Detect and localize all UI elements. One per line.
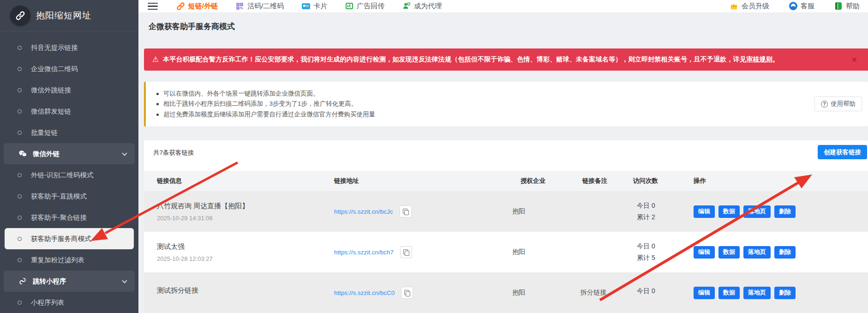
top-right-item[interactable]: 客服	[789, 2, 814, 11]
tips-card: 可以在微信内、外各个场景一键跳转添加企业微信页面。 相比于跳转小程序后扫描二维码…	[144, 82, 868, 126]
topbar: 短链/外链 活码/二维码 卡片 广告回传	[138, 0, 868, 13]
edit-button[interactable]: 编辑	[694, 205, 715, 218]
app-title: 抱阳缩短网址	[36, 10, 91, 22]
page-title: 企微获客助手服务商模式	[149, 21, 868, 32]
landing-page-button[interactable]: 落地页	[743, 287, 771, 299]
top-nav-label: 活码/二维码	[247, 2, 284, 11]
top-nav-label: 广告回传	[357, 2, 384, 11]
landing-page-button[interactable]: 落地页	[743, 205, 771, 218]
page-content: 企微获客助手服务商模式 ⚠ 本平台积极配合警方反诈工作！应公安部要求，我们将对生…	[138, 13, 868, 313]
top-right-item[interactable]: 会员升级	[730, 2, 769, 11]
usage-help-button[interactable]: ? 使用帮助	[814, 96, 862, 111]
question-circle-icon: ?	[821, 101, 828, 108]
sidebar-item[interactable]: 获客助手服务商模式	[5, 228, 134, 249]
sidebar-item[interactable]: 获客助手-直跳模式	[0, 186, 138, 207]
close-icon[interactable]: ×	[851, 55, 857, 64]
sidebar-item[interactable]: 微信外跳链接	[0, 79, 138, 101]
ad-icon	[345, 2, 353, 11]
usage-help-label: 使用帮助	[831, 100, 856, 108]
circle-bullet-icon	[18, 67, 22, 71]
top-nav-item[interactable]: 短链/外链	[176, 2, 218, 11]
data-button[interactable]: 数据	[718, 205, 740, 218]
data-button[interactable]: 数据	[718, 287, 740, 299]
top-nav-item[interactable]: 卡片	[301, 2, 327, 11]
circle-bullet-icon	[18, 46, 22, 50]
sidebar-item[interactable]: 小程序列表	[0, 292, 138, 313]
logo-row: 抱阳缩短网址	[0, 0, 138, 31]
sidebar-item-label: 获客助手服务商模式	[31, 235, 91, 243]
wechat-icon	[18, 149, 27, 158]
agent-icon	[402, 2, 411, 11]
circle-bullet-icon	[18, 301, 22, 305]
landing-page-button[interactable]: 落地页	[743, 246, 771, 259]
qr-icon	[235, 2, 244, 11]
sidebar-item[interactable]: 获客助手-聚合链接	[0, 207, 138, 228]
circle-bullet-icon	[18, 109, 22, 114]
copy-icon[interactable]	[400, 246, 412, 258]
visits-today: 今日 0	[637, 287, 694, 295]
sidebar-item-label: 微信外链	[33, 150, 60, 158]
top-nav-label: 卡片	[313, 2, 327, 11]
table-row: 测试拆分链接 https://s.szzit.cn/bcC0 抱阳 拆分链接 今…	[144, 272, 868, 313]
sidebar-menu: 抖音无提示链接 企业微信二维码 微信外跳链接	[0, 31, 138, 313]
link-created-date: 2025-10-29 14:31:06	[157, 215, 334, 222]
edit-button[interactable]: 编辑	[694, 246, 715, 259]
hamburger-menu-icon[interactable]	[148, 3, 158, 10]
create-link-button[interactable]: 创建获客链接	[818, 145, 867, 159]
visits-today: 今日 0	[637, 202, 694, 210]
col-visits: 访问次数	[633, 177, 694, 185]
links-table-card: 共7条获客链接 创建获客链接 链接信息 链接地址 授权企业 链接备注 访问次数 …	[144, 140, 868, 313]
data-button[interactable]: 数据	[718, 246, 740, 259]
edit-button[interactable]: 编辑	[694, 287, 715, 299]
sidebar: 抱阳缩短网址 抖音无提示链接 企业微信二维码	[0, 0, 138, 313]
sidebar-item-label: 获客助手-直跳模式	[31, 192, 87, 201]
review-rules-link[interactable]: 审核规则	[746, 55, 772, 63]
top-right-label: 帮助	[846, 2, 860, 11]
top-nav-label: 短链/外链	[188, 2, 218, 11]
sidebar-item[interactable]: 微信外链	[4, 143, 135, 164]
short-url-link[interactable]: https://s.szzit.cn/bcC0	[334, 289, 395, 296]
book-icon	[834, 2, 843, 11]
col-link-url: 链接地址	[334, 177, 512, 185]
crown-icon	[730, 2, 738, 11]
sidebar-item[interactable]: 微信群发短链	[0, 101, 138, 122]
top-nav-label: 成为代理	[414, 2, 442, 11]
copy-icon[interactable]	[400, 205, 412, 217]
sidebar-item[interactable]: 企业微信二维码	[0, 58, 138, 79]
sidebar-item-label: 抖音无提示链接	[31, 43, 78, 52]
topbar-right: 会员升级 客服 帮助	[730, 2, 863, 11]
short-url-link[interactable]: https://s.szzit.cn/bcJc	[334, 208, 393, 215]
miniprogram-icon	[18, 277, 27, 286]
table-body: 八竹观咨询 周达直播【抱阳】 2025-10-29 14:31:06 https…	[144, 191, 868, 313]
note-cell: 拆分链接	[580, 289, 633, 297]
table-row: 测试太强 2025-10-28 12:03:27 https://s.szzit…	[144, 232, 868, 272]
warning-icon: ⚠	[152, 55, 159, 64]
sidebar-item[interactable]: 抖音无提示链接	[0, 37, 138, 58]
sidebar-item-label: 微信群发短链	[31, 107, 71, 116]
sidebar-item-label: 批量短链	[31, 128, 58, 137]
circle-bullet-icon	[18, 131, 22, 135]
top-nav-item[interactable]: 广告回传	[345, 2, 384, 11]
sidebar-item-label: 微信外跳链接	[31, 86, 71, 95]
sidebar-item[interactable]: 重复加粉过滤列表	[0, 249, 138, 271]
delete-button[interactable]: 删除	[774, 205, 796, 218]
link-name: 测试拆分链接	[157, 286, 334, 295]
visits-today: 今日 0	[637, 242, 694, 251]
sidebar-item[interactable]: 批量短链	[0, 122, 138, 143]
logo	[10, 6, 30, 26]
top-right-label: 会员升级	[742, 2, 769, 11]
tip-item: 可以在微信内、外各个场景一键跳转添加企业微信页面。	[146, 89, 858, 99]
circle-bullet-icon	[18, 216, 22, 220]
table-row: 八竹观咨询 周达直播【抱阳】 2025-10-29 14:31:06 https…	[144, 191, 868, 232]
top-nav-item[interactable]: 活码/二维码	[235, 2, 284, 11]
sidebar-item[interactable]: 跳转小程序	[4, 271, 135, 292]
top-right-item[interactable]: 帮助	[834, 2, 860, 11]
list-summary: 共7条获客链接	[153, 149, 194, 157]
delete-button[interactable]: 删除	[774, 246, 796, 259]
sidebar-item[interactable]: 外链-识别二维码模式	[0, 164, 138, 186]
link-created-date: 2025-10-28 12:03:27	[157, 255, 334, 262]
top-nav-item[interactable]: 成为代理	[402, 2, 442, 11]
short-url-link[interactable]: https://s.szzit.cn/bch7	[334, 249, 394, 256]
delete-button[interactable]: 删除	[774, 287, 796, 299]
copy-icon[interactable]	[401, 287, 413, 299]
